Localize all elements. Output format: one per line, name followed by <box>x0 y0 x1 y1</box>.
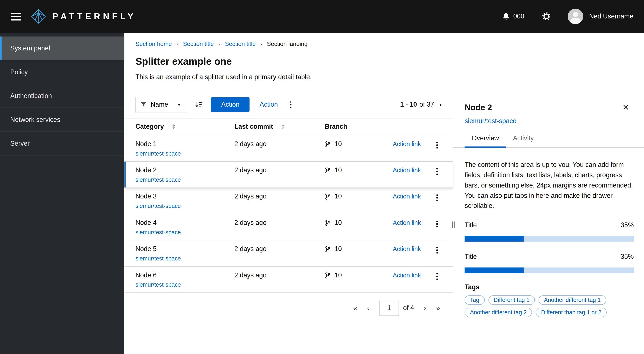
notifications-button[interactable]: 000 <box>502 13 524 20</box>
node-space-link[interactable]: siemur/test-space <box>136 150 181 157</box>
sidebar-item-label: Policy <box>10 68 28 75</box>
tab-activity[interactable]: Activity <box>506 134 541 147</box>
filter-dropdown[interactable]: Name ▾ <box>136 97 187 112</box>
column-label: Category <box>136 123 164 130</box>
row-action-link[interactable]: Action link <box>393 192 430 201</box>
sidebar-item-label: Server <box>10 140 30 147</box>
breadcrumb-link[interactable]: Section home <box>136 40 172 47</box>
table-header-row: Category ↕ Last commit ↕ Branch <box>124 118 453 135</box>
primary-action-button[interactable]: Action <box>211 97 250 112</box>
progress-track <box>464 236 634 242</box>
tab-overview[interactable]: Overview <box>464 134 506 147</box>
row-kebab-button[interactable] <box>434 245 440 256</box>
row-action-link[interactable]: Action link <box>393 140 430 148</box>
breadcrumb-link[interactable]: Section title <box>225 40 256 47</box>
node-space-link[interactable]: siemur/test-space <box>136 281 181 288</box>
tag-label[interactable]: Different than tag 1 or 2 <box>536 308 607 317</box>
drawer-space-link[interactable]: siemur/test-space <box>464 117 516 125</box>
progress-label: Title <box>464 253 477 261</box>
column-header-category[interactable]: Category ↕ <box>136 123 234 130</box>
sidebar-item-authentication[interactable]: Authentication <box>0 84 124 108</box>
tag-label[interactable]: Tag <box>464 296 484 305</box>
row-kebab-button[interactable] <box>434 166 440 177</box>
branch-count: 10 <box>334 271 342 279</box>
avatar-placeholder-icon <box>568 8 584 24</box>
avatar[interactable] <box>568 8 584 24</box>
row-action-link[interactable]: Action link <box>393 245 430 253</box>
last-commit-cell: 2 days ago <box>234 140 325 148</box>
node-space-link[interactable]: siemur/test-space <box>136 255 181 262</box>
node-name: Node 5 <box>136 245 234 253</box>
row-action-link[interactable]: Action link <box>393 219 430 227</box>
branch-count: 10 <box>334 245 342 253</box>
pagination-next-button[interactable]: › <box>424 304 426 312</box>
breadcrumb-current: Section landing <box>267 40 308 47</box>
code-branch-icon <box>324 272 331 279</box>
node-name: Node 2 <box>136 166 234 174</box>
table-toolbar: Name ▾ Action Action <box>124 93 453 118</box>
tags-list: Tag Different tag 1 Another different ta… <box>464 296 634 317</box>
tag-label[interactable]: Another different tag 2 <box>464 308 532 317</box>
pagination-prev-button[interactable]: ‹ <box>367 304 370 312</box>
pagination-dropdown[interactable]: 1 - 10 of 37 ▾ <box>400 101 442 108</box>
notification-count: 000 <box>513 13 524 20</box>
tags-heading: Tags <box>464 283 634 291</box>
drawer-title: Node 2 <box>464 103 492 112</box>
row-action-link[interactable]: Action link <box>393 271 430 279</box>
sidebar-item-policy[interactable]: Policy <box>0 60 124 84</box>
category-cell: Node 5 siemur/test-space <box>136 245 234 262</box>
tag-label[interactable]: Another different tag 1 <box>538 296 606 305</box>
node-space-link[interactable]: siemur/test-space <box>136 202 181 210</box>
row-kebab-button[interactable] <box>434 271 440 282</box>
sort-button[interactable] <box>194 100 204 110</box>
patternfly-logo-icon <box>31 8 46 24</box>
pagination-last-button[interactable]: » <box>436 304 440 312</box>
category-cell: Node 3 siemur/test-space <box>136 192 234 210</box>
username[interactable]: Ned Username <box>589 13 633 20</box>
detail-drawer: Node 2 × siemur/test-space Overview Acti… <box>453 93 644 354</box>
table-row[interactable]: Node 3 siemur/test-space 2 days ago 10 A… <box>124 188 453 214</box>
close-icon[interactable]: × <box>623 103 629 111</box>
splitter-grip[interactable] <box>451 220 456 229</box>
row-kebab-button[interactable] <box>434 218 440 230</box>
bell-icon <box>502 13 510 20</box>
row-kebab-button[interactable] <box>434 192 440 204</box>
row-action-link[interactable]: Action link <box>393 166 430 174</box>
table-row[interactable]: Node 6 siemur/test-space 2 days ago 10 A… <box>124 267 453 293</box>
table-row[interactable]: Node 5 siemur/test-space 2 days ago 10 A… <box>124 240 453 267</box>
node-space-link[interactable]: siemur/test-space <box>136 176 181 183</box>
row-kebab-button[interactable] <box>434 139 440 151</box>
settings-button[interactable] <box>542 12 550 20</box>
column-header-branch: Branch <box>324 123 393 130</box>
brand: PATTERNFLY <box>31 8 136 24</box>
progress-value: 35% <box>620 253 634 261</box>
nav-toggle-button[interactable] <box>11 12 21 20</box>
pagination-of: of 37 <box>420 101 434 108</box>
progress-track <box>464 268 634 273</box>
column-header-last-commit[interactable]: Last commit ↕ <box>234 123 325 130</box>
sidebar-item-network-services[interactable]: Network services <box>0 108 124 132</box>
sidebar-item-server[interactable]: Server <box>0 132 124 156</box>
pagination-first-button[interactable]: « <box>353 304 358 312</box>
last-commit-cell: 2 days ago <box>234 219 325 227</box>
table-row-selected[interactable]: Node 2 siemur/test-space 2 days ago 10 A… <box>124 162 453 188</box>
last-commit-cell: 2 days ago <box>234 245 325 253</box>
node-space-link[interactable]: siemur/test-space <box>136 229 181 236</box>
toolbar-kebab-button[interactable] <box>288 99 294 110</box>
category-cell: Node 1 siemur/test-space <box>136 140 234 157</box>
category-cell: Node 4 siemur/test-space <box>136 219 234 236</box>
page-header: Section home › Section title › Section t… <box>124 33 644 93</box>
link-action-button[interactable]: Action <box>257 101 280 108</box>
table-row[interactable]: Node 4 siemur/test-space 2 days ago 10 A… <box>124 214 453 240</box>
tag-label[interactable]: Different tag 1 <box>488 296 535 305</box>
column-label: Last commit <box>234 123 273 130</box>
sidebar-item-system-panel[interactable]: System panel <box>0 36 124 60</box>
progress-value: 35% <box>620 221 634 229</box>
category-cell: Node 6 siemur/test-space <box>136 271 234 288</box>
table-row[interactable]: Node 1 siemur/test-space 2 days ago 10 A… <box>124 135 453 162</box>
breadcrumb-link[interactable]: Section title <box>183 40 214 47</box>
page-description: This is an example of a splitter used in… <box>136 73 633 81</box>
sidebar-nav: System panel Policy Authentication Netwo… <box>0 33 124 354</box>
page-number-input[interactable] <box>379 301 399 315</box>
progress-label: Title <box>464 221 477 229</box>
